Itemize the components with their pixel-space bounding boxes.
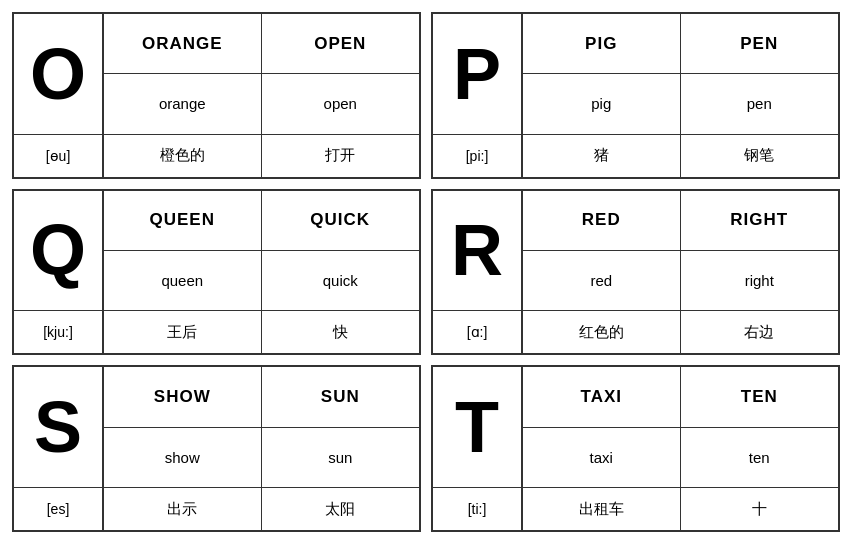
phonetic-S: [es] <box>14 488 104 530</box>
chinese-right-P: 钢笔 <box>681 135 839 177</box>
letter-R: R <box>433 191 523 312</box>
word-upper-left-S: SHOW <box>104 367 262 427</box>
chinese-right-R: 右边 <box>681 311 839 353</box>
word-lower-right-O: open <box>262 74 420 134</box>
card-O: OORANGEOPENorangeopen[ɵu]橙色的打开 <box>12 12 421 179</box>
word-upper-right-R: RIGHT <box>681 191 839 251</box>
chinese-left-S: 出示 <box>104 488 262 530</box>
word-lower-left-S: show <box>104 428 262 488</box>
word-lower-right-T: ten <box>681 428 839 488</box>
word-upper-right-P: PEN <box>681 14 839 74</box>
card-T: TTAXITENtaxiten[ti:]出租车十 <box>431 365 840 532</box>
card-S: SSHOWSUNshowsun[es]出示太阳 <box>12 365 421 532</box>
letter-S: S <box>14 367 104 488</box>
word-upper-right-Q: QUICK <box>262 191 420 251</box>
word-lower-right-P: pen <box>681 74 839 134</box>
card-Q: QQUEENQUICKqueenquick[kju:]王后快 <box>12 189 421 356</box>
card-R: RREDRIGHTredright[ɑ:]红色的右边 <box>431 189 840 356</box>
phonetic-P: [pi:] <box>433 135 523 177</box>
chinese-left-P: 猪 <box>523 135 681 177</box>
card-P: PPIGPENpigpen[pi:]猪钢笔 <box>431 12 840 179</box>
phonetic-O: [ɵu] <box>14 135 104 177</box>
chinese-left-T: 出租车 <box>523 488 681 530</box>
chinese-left-O: 橙色的 <box>104 135 262 177</box>
word-upper-right-T: TEN <box>681 367 839 427</box>
word-upper-left-R: RED <box>523 191 681 251</box>
word-upper-left-O: ORANGE <box>104 14 262 74</box>
word-lower-left-P: pig <box>523 74 681 134</box>
letter-P: P <box>433 14 523 135</box>
word-lower-left-O: orange <box>104 74 262 134</box>
word-lower-right-Q: quick <box>262 251 420 311</box>
letter-T: T <box>433 367 523 488</box>
phonetic-Q: [kju:] <box>14 311 104 353</box>
word-lower-left-Q: queen <box>104 251 262 311</box>
chinese-right-T: 十 <box>681 488 839 530</box>
word-lower-right-R: right <box>681 251 839 311</box>
word-upper-left-P: PIG <box>523 14 681 74</box>
word-lower-left-T: taxi <box>523 428 681 488</box>
phonetic-T: [ti:] <box>433 488 523 530</box>
word-lower-left-R: red <box>523 251 681 311</box>
chinese-left-R: 红色的 <box>523 311 681 353</box>
chinese-left-Q: 王后 <box>104 311 262 353</box>
chinese-right-Q: 快 <box>262 311 420 353</box>
letter-O: O <box>14 14 104 135</box>
word-upper-right-S: SUN <box>262 367 420 427</box>
chinese-right-O: 打开 <box>262 135 420 177</box>
word-upper-left-Q: QUEEN <box>104 191 262 251</box>
word-upper-right-O: OPEN <box>262 14 420 74</box>
main-grid: OORANGEOPENorangeopen[ɵu]橙色的打开PPIGPENpig… <box>0 0 852 544</box>
word-lower-right-S: sun <box>262 428 420 488</box>
letter-Q: Q <box>14 191 104 312</box>
phonetic-R: [ɑ:] <box>433 311 523 353</box>
chinese-right-S: 太阳 <box>262 488 420 530</box>
word-upper-left-T: TAXI <box>523 367 681 427</box>
